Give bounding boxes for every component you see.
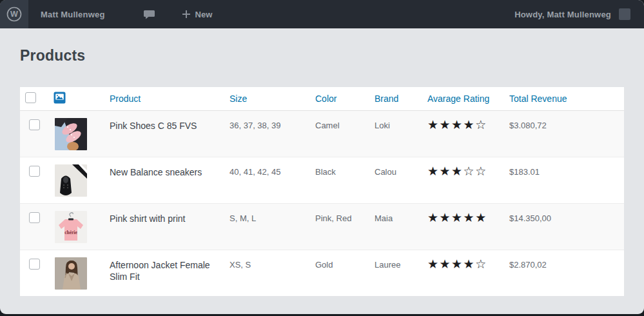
product-revenue: $3.080,72 — [504, 110, 624, 157]
product-name[interactable]: New Balance sneakers — [104, 157, 224, 203]
product-color: Black — [310, 157, 369, 203]
account-menu[interactable]: Howdy, Matt Mullenweg — [514, 10, 611, 19]
shirt-print-text: chérie — [64, 230, 77, 235]
product-size: 36, 37, 38, 39 — [224, 110, 310, 157]
wordpress-menu-button[interactable]: W — [0, 0, 28, 28]
table-row: Pink Shoes C 85 FVS 36, 37, 38, 39 Camel… — [20, 110, 624, 157]
product-image-pink-shirt: chérie — [55, 211, 87, 243]
product-rating-stars: ★★★★☆ — [422, 250, 504, 296]
app-window: W Matt Mullenweg New Howdy, Matt Mullenw… — [0, 0, 644, 314]
table-row: chérie Pink shirt with print S, M, L Pin… — [20, 203, 624, 250]
product-color: Camel — [310, 110, 369, 157]
product-name[interactable]: Pink shirt with print — [104, 203, 224, 250]
table-header-row: Product Size Color Brand Avarage Rating … — [20, 87, 624, 110]
comments-button[interactable] — [144, 10, 155, 19]
table-row: Afternoon Jacket Female Slim Fit XS, S G… — [20, 250, 624, 296]
page-title: Products — [20, 47, 624, 64]
row-checkbox[interactable] — [29, 212, 40, 223]
column-header-rating[interactable]: Avarage Rating — [422, 87, 504, 110]
column-header-color[interactable]: Color — [310, 87, 369, 110]
product-size: XS, S — [224, 250, 310, 296]
admin-bar: W Matt Mullenweg New Howdy, Matt Mullenw… — [0, 0, 644, 28]
row-checkbox[interactable] — [29, 166, 40, 177]
admin-bar-site-name[interactable]: Matt Mullenweg — [41, 10, 105, 19]
wordpress-logo-icon: W — [6, 6, 22, 22]
column-header-product[interactable]: Product — [104, 87, 224, 110]
product-size: S, M, L — [224, 203, 310, 250]
product-brand: Loki — [369, 110, 422, 157]
plus-icon — [182, 10, 191, 19]
row-checkbox[interactable] — [29, 259, 40, 270]
page-content: Products Product — [0, 28, 644, 296]
product-brand: Maia — [369, 203, 422, 250]
product-image-female-jacket — [55, 257, 87, 290]
product-color: Pink, Red — [310, 203, 369, 250]
svg-text:W: W — [10, 10, 18, 19]
product-size: 40, 41, 42, 45 — [224, 157, 310, 203]
product-color: Gold — [310, 250, 369, 296]
column-header-revenue[interactable]: Total Revenue — [504, 87, 624, 110]
products-table: Product Size Color Brand Avarage Rating … — [20, 87, 624, 296]
image-column-icon — [54, 92, 66, 104]
table-row: New Balance sneakers 40, 41, 42, 45 Blac… — [20, 157, 624, 203]
product-brand: Lauree — [369, 250, 422, 296]
product-image-black-sneakers — [55, 164, 87, 197]
product-revenue: $2.870,02 — [504, 250, 624, 296]
product-name[interactable]: Afternoon Jacket Female Slim Fit — [104, 250, 224, 296]
product-revenue: $14.350,00 — [504, 203, 624, 250]
comment-bubble-icon — [144, 10, 155, 19]
product-rating-stars: ★★★★★ — [422, 203, 504, 250]
product-rating-stars: ★★★★☆ — [422, 110, 504, 157]
user-avatar[interactable] — [619, 8, 630, 20]
product-image-pink-shoes — [55, 118, 87, 150]
product-revenue: $183.01 — [504, 157, 624, 203]
product-rating-stars: ★★★☆☆ — [422, 157, 504, 203]
column-header-size[interactable]: Size — [224, 87, 310, 110]
product-name[interactable]: Pink Shoes C 85 FVS — [104, 110, 224, 157]
column-header-brand[interactable]: Brand — [369, 87, 422, 110]
select-all-checkbox[interactable] — [25, 92, 36, 103]
new-content-button[interactable]: New — [182, 10, 213, 19]
product-brand: Calou — [369, 157, 422, 203]
new-button-label: New — [195, 10, 213, 19]
row-checkbox[interactable] — [29, 119, 40, 130]
